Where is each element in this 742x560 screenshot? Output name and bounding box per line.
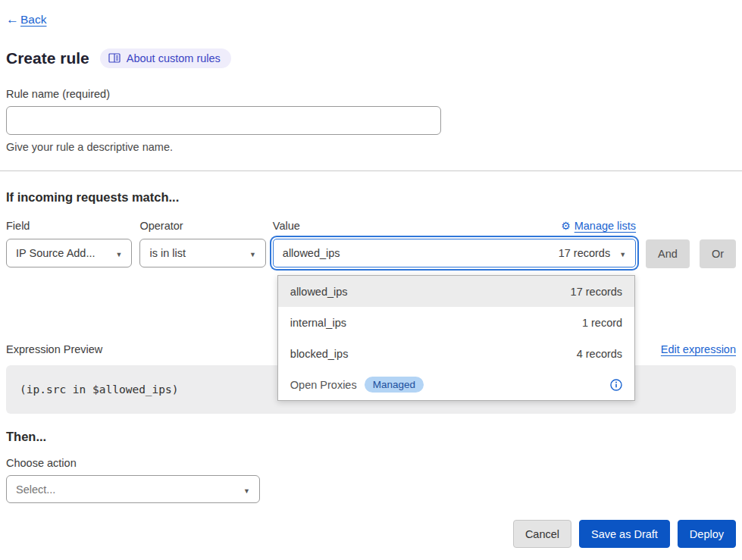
value-select-count: 17 records — [559, 247, 611, 259]
create-rule-page: Back Create rule About custom rules Rule… — [0, 0, 742, 548]
manage-lists-label: Manage lists — [575, 220, 636, 232]
choose-action-label: Choose action — [6, 457, 736, 469]
list-option-internal-ips[interactable]: internal_ips 1 record — [278, 307, 634, 338]
or-button[interactable]: Or — [700, 239, 736, 268]
book-icon — [108, 53, 121, 64]
value-select[interactable]: allowed_ips 17 records — [273, 239, 636, 267]
manage-lists-link[interactable]: Manage lists — [561, 220, 636, 232]
field-select[interactable]: IP Source Add... — [6, 239, 132, 267]
expression-code: (ip.src in $allowed_ips) — [20, 383, 179, 396]
condition-row: Field IP Source Add... Operator is in li… — [6, 220, 736, 268]
info-icon[interactable] — [610, 379, 622, 391]
value-column: Value Manage lists allowed_ips 17 record… — [273, 220, 636, 267]
back-link-label: Back — [20, 13, 46, 27]
page-title: Create rule — [6, 49, 89, 67]
list-option-name: internal_ips — [290, 317, 346, 329]
cancel-button[interactable]: Cancel — [513, 520, 571, 548]
chevron-down-icon — [249, 247, 256, 259]
match-section-heading: If incoming requests match... — [6, 190, 736, 205]
save-as-draft-button[interactable]: Save as Draft — [579, 520, 670, 548]
list-option-blocked-ips[interactable]: blocked_ips 4 records — [278, 338, 634, 369]
list-option-count: 4 records — [577, 348, 622, 360]
section-divider — [0, 171, 742, 171]
operator-select-value: is in list — [149, 247, 249, 259]
field-select-value: IP Source Add... — [16, 247, 115, 259]
page-header: Create rule About custom rules — [6, 48, 736, 68]
list-option-name: Open Proxies — [290, 379, 357, 391]
chevron-down-icon — [243, 483, 250, 496]
list-option-name: allowed_ips — [290, 286, 348, 298]
list-option-allowed-ips[interactable]: allowed_ips 17 records — [278, 276, 634, 307]
value-label: Value — [273, 220, 300, 232]
rule-name-input[interactable] — [6, 106, 441, 135]
deploy-button[interactable]: Deploy — [678, 520, 736, 548]
action-select-placeholder: Select... — [16, 483, 243, 496]
list-option-name: blocked_ips — [290, 348, 349, 360]
footer-actions: Cancel Save as Draft Deploy — [6, 520, 736, 548]
rule-name-helper: Give your rule a descriptive name. — [6, 141, 736, 153]
andor-group: And Or — [646, 239, 736, 268]
expression-preview-label: Expression Preview — [6, 343, 102, 355]
back-link[interactable]: Back — [6, 12, 46, 27]
gear-icon — [561, 220, 571, 232]
chevron-down-icon — [115, 247, 122, 259]
edit-expression-link[interactable]: Edit expression — [661, 343, 736, 355]
value-label-row: Value Manage lists — [273, 220, 636, 232]
list-option-count: 1 record — [582, 317, 622, 329]
managed-badge: Managed — [365, 377, 424, 393]
field-column: Field IP Source Add... — [6, 220, 132, 267]
about-custom-rules-link[interactable]: About custom rules — [100, 48, 231, 68]
and-button[interactable]: And — [646, 239, 690, 268]
then-heading: Then... — [6, 430, 736, 444]
option-name-wrap: Open Proxies Managed — [290, 377, 424, 393]
operator-label: Operator — [139, 220, 265, 232]
field-label: Field — [6, 220, 132, 232]
value-select-name: allowed_ips — [283, 247, 559, 259]
back-arrow-icon — [6, 12, 20, 27]
rule-name-label: Rule name (required) — [6, 88, 736, 100]
operator-select[interactable]: is in list — [139, 239, 265, 267]
about-badge-label: About custom rules — [127, 52, 221, 64]
list-option-open-proxies[interactable]: Open Proxies Managed — [278, 369, 634, 400]
action-select[interactable]: Select... — [6, 475, 260, 503]
list-dropdown-panel: allowed_ips 17 records internal_ips 1 re… — [277, 275, 635, 401]
operator-column: Operator is in list — [139, 220, 265, 267]
list-option-count: 17 records — [571, 286, 623, 298]
chevron-down-icon — [619, 247, 626, 259]
